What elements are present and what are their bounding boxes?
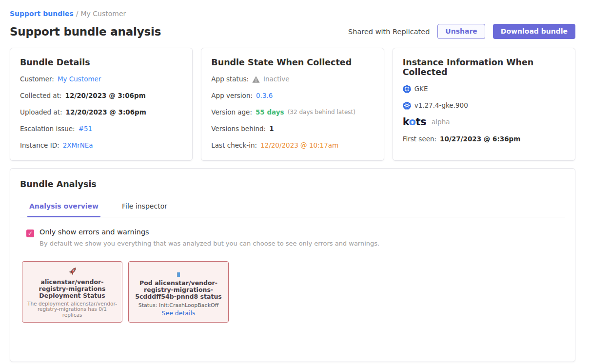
bundle-state-card: Bundle State When Collected App status: … xyxy=(201,48,384,161)
info-cards-row: Bundle Details Customer: My Customer Col… xyxy=(10,48,575,161)
versions-behind-label: Versions behind: xyxy=(211,124,266,134)
kots-logo-o: o xyxy=(409,116,416,128)
instance-id-link[interactable]: 2XMrNEa xyxy=(63,141,93,150)
analysis-tabs: Analysis overview File inspector xyxy=(20,202,565,217)
rocket-icon xyxy=(67,266,78,278)
bundle-analysis-title: Bundle Analysis xyxy=(20,179,565,189)
app-status-row: App status: Inactive xyxy=(211,75,374,84)
distribution-value: GKE xyxy=(414,84,428,94)
version-age-label: Version age: xyxy=(211,108,252,117)
version-age-note: (32 days behind latest) xyxy=(288,108,355,117)
warning-triangle-icon xyxy=(252,76,260,83)
first-seen-row: First seen: 10/27/2023 @ 6:36pm xyxy=(403,134,565,144)
kots-row: kots alpha xyxy=(403,116,565,127)
uploaded-at-row: Uploaded at: 12/20/2023 @ 3:06pm xyxy=(20,108,182,117)
first-seen-value: 10/27/2023 @ 6:36pm xyxy=(440,134,520,144)
only-errors-checkbox[interactable]: ✓ xyxy=(26,230,34,237)
breadcrumb: Support bundles/My Customer xyxy=(10,10,575,18)
distribution-row: GKE xyxy=(403,84,565,94)
version-age-row: Version age: 55 days (32 days behind lat… xyxy=(211,108,374,117)
bundle-analysis-panel: Bundle Analysis Analysis overview File i… xyxy=(10,168,575,362)
app-version-link[interactable]: 0.3.6 xyxy=(256,91,273,100)
escalation-issue-row: Escalation issue: #51 xyxy=(20,124,182,134)
filter-label: Only show errors and warnings xyxy=(39,228,379,236)
filter-text: Only show errors and warnings By default… xyxy=(39,228,379,248)
version-age-value: 55 days xyxy=(256,108,284,117)
first-seen-label: First seen: xyxy=(403,134,436,144)
result-card-pod-status[interactable]: Pod alicenstar/vendor-registry-migration… xyxy=(128,261,229,323)
escalation-issue-link[interactable]: #51 xyxy=(79,124,93,134)
result-description: The deployment alicenstar/vendor-registr… xyxy=(27,301,117,318)
versions-behind-value: 1 xyxy=(269,124,274,134)
bundle-details-card: Bundle Details Customer: My Customer Col… xyxy=(10,48,193,161)
header-actions: Shared with Replicated Unshare Download … xyxy=(348,24,575,39)
see-details-link[interactable]: See details xyxy=(162,309,196,317)
collected-at-label: Collected at: xyxy=(20,91,62,100)
download-bundle-button[interactable]: Download bundle xyxy=(493,24,575,39)
k8s-version-value: v1.27.4-gke.900 xyxy=(414,101,468,110)
support-bundle-analysis-page: Support bundles/My Customer Support bund… xyxy=(0,0,583,362)
tab-analysis-overview[interactable]: Analysis overview xyxy=(28,202,99,217)
kots-logo: kots xyxy=(403,116,426,127)
bundle-details-title: Bundle Details xyxy=(20,57,182,67)
gke-icon xyxy=(403,85,411,93)
last-checkin-value: 12/20/2023 @ 10:17am xyxy=(260,141,338,150)
result-status: Status: Init:CrashLoopBackOff xyxy=(138,302,219,308)
instance-info-card: Instance Information When Collected GKE … xyxy=(393,48,575,161)
versions-behind-row: Versions behind: 1 xyxy=(211,124,374,134)
shared-status-text: Shared with Replicated xyxy=(348,28,430,36)
page-title: Support bundle analysis xyxy=(10,25,161,38)
escalation-issue-label: Escalation issue: xyxy=(20,124,75,134)
filter-description: By default we show you everything that w… xyxy=(39,240,379,248)
result-title: alicenstar/vendor-registry-migrations De… xyxy=(27,279,117,299)
analysis-results-row: alicenstar/vendor-registry-migrations De… xyxy=(22,261,565,323)
result-card-deployment-status[interactable]: alicenstar/vendor-registry-migrations De… xyxy=(22,261,122,323)
result-title: Pod alicenstar/vendor-registry-migration… xyxy=(134,280,223,300)
instance-id-row: Instance ID: 2XMrNEa xyxy=(20,141,182,150)
customer-label: Customer: xyxy=(20,75,54,84)
bundle-state-title: Bundle State When Collected xyxy=(211,57,374,67)
last-checkin-row: Last check-in: 12/20/2023 @ 10:17am xyxy=(211,141,374,150)
pod-icon xyxy=(177,266,180,279)
instance-id-label: Instance ID: xyxy=(20,141,59,150)
instance-info-title: Instance Information When Collected xyxy=(403,57,565,77)
kots-channel: alpha xyxy=(432,117,450,127)
last-checkin-label: Last check-in: xyxy=(211,141,257,150)
tab-file-inspector[interactable]: File inspector xyxy=(121,202,168,217)
unshare-button[interactable]: Unshare xyxy=(437,24,485,39)
uploaded-at-label: Uploaded at: xyxy=(20,108,62,117)
uploaded-at-value: 12/20/2023 @ 3:06pm xyxy=(66,108,146,117)
breadcrumb-current: My Customer xyxy=(81,10,126,18)
k8s-version-row: v1.27.4-gke.900 xyxy=(403,101,565,110)
app-status-value: Inactive xyxy=(263,75,290,84)
app-status-label: App status: xyxy=(211,75,249,84)
kubernetes-icon xyxy=(403,101,411,110)
customer-row: Customer: My Customer xyxy=(20,75,182,84)
app-version-label: App version: xyxy=(211,91,253,100)
collected-at-value: 12/20/2023 @ 3:06pm xyxy=(65,91,146,100)
customer-link[interactable]: My Customer xyxy=(58,75,101,84)
filter-row: ✓ Only show errors and warnings By defau… xyxy=(26,228,565,248)
app-version-row: App version: 0.3.6 xyxy=(211,91,374,100)
collected-at-row: Collected at: 12/20/2023 @ 3:06pm xyxy=(20,91,182,100)
breadcrumb-support-bundles-link[interactable]: Support bundles xyxy=(10,10,74,18)
breadcrumb-separator: / xyxy=(76,10,79,18)
page-header: Support bundle analysis Shared with Repl… xyxy=(10,24,575,39)
